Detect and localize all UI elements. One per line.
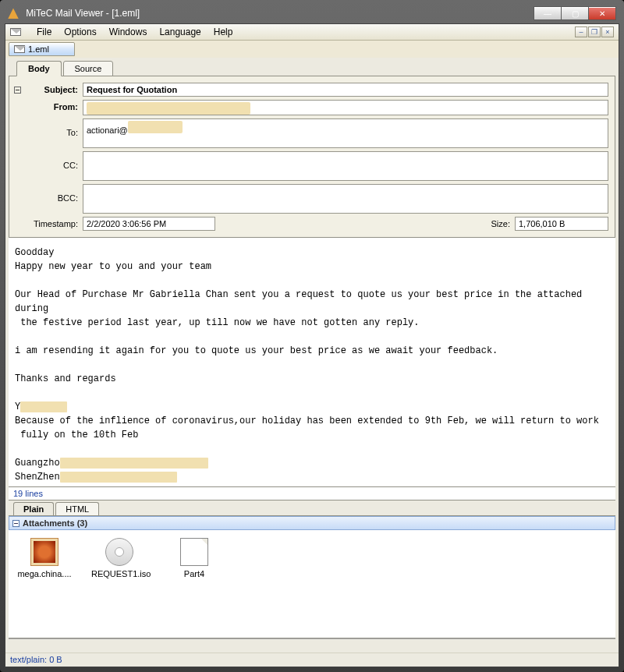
tab-html[interactable]: HTML <box>55 502 99 515</box>
window-title: MiTeC Mail Viewer - [1.eml] <box>26 8 140 19</box>
attachments-area: mega.china.... REQUEST1.iso Part4 <box>9 530 615 638</box>
message-body[interactable]: Goodday Happy new year to you and your t… <box>9 238 615 487</box>
label-cc: CC: <box>16 151 78 170</box>
attachment-name: REQUEST1.iso <box>91 569 147 578</box>
document-tabbar: 1.eml <box>5 41 619 58</box>
status-bar: text/plain: 0 B <box>5 653 619 667</box>
label-to: To: <box>16 118 78 137</box>
menu-file[interactable]: File <box>37 27 51 37</box>
label-timestamp: Timestamp: <box>16 217 78 228</box>
bcc-field[interactable] <box>83 184 608 214</box>
attachment-name: Part4 <box>166 569 222 578</box>
to-value: actionari@ <box>87 126 128 135</box>
to-field[interactable]: actionari@ <box>83 118 608 148</box>
main-window: MiTeC Mail Viewer - [1.eml] — ▢ ✕ File O… <box>0 0 624 672</box>
minimize-button[interactable]: — <box>534 6 562 20</box>
redacted-from <box>87 102 250 115</box>
mail-icon <box>10 28 21 36</box>
tab-body[interactable]: Body <box>16 61 62 76</box>
menubar: File Options Windows Language Help – ❐ × <box>5 24 619 41</box>
attachment-item[interactable]: Part4 <box>166 538 222 578</box>
subject-field[interactable] <box>83 83 608 97</box>
lines-status: 19 lines <box>9 487 615 500</box>
status-strip <box>9 638 615 653</box>
attachment-name: mega.china.... <box>16 569 73 578</box>
disc-icon <box>105 538 133 566</box>
mdi-close-button[interactable]: × <box>601 27 614 37</box>
attachment-item[interactable]: REQUEST1.iso <box>91 538 147 578</box>
collapse-icon[interactable] <box>14 87 21 94</box>
size-field[interactable] <box>515 217 608 231</box>
document-tab[interactable]: 1.eml <box>9 42 75 56</box>
menu-options[interactable]: Options <box>64 27 96 37</box>
close-button[interactable]: ✕ <box>588 6 616 20</box>
from-field[interactable] <box>83 100 608 115</box>
image-icon <box>30 538 58 566</box>
menu-help[interactable]: Help <box>214 27 233 37</box>
menu-windows[interactable]: Windows <box>109 27 147 37</box>
label-bcc: BCC: <box>16 184 78 203</box>
document-tab-label: 1.eml <box>28 44 49 54</box>
attachments-header[interactable]: Attachments (3) <box>9 516 615 530</box>
menu-language[interactable]: Language <box>159 27 200 37</box>
headers-panel: Subject: From: To: actionari@ CC: BCC: <box>9 76 615 238</box>
collapse-icon[interactable] <box>12 520 20 527</box>
attachment-item[interactable]: mega.china.... <box>16 538 73 578</box>
titlebar[interactable]: MiTeC Mail Viewer - [1.eml] — ▢ ✕ <box>5 5 619 23</box>
timestamp-field[interactable] <box>83 217 215 231</box>
cc-field[interactable] <box>83 151 608 181</box>
attachments-header-label: Attachments (3) <box>23 518 87 528</box>
mail-icon <box>14 45 25 53</box>
redacted-to <box>128 121 183 133</box>
tab-source[interactable]: Source <box>63 61 114 76</box>
mdi-restore-button[interactable]: ❐ <box>588 27 601 37</box>
label-size: Size: <box>479 217 510 228</box>
file-icon <box>180 538 208 566</box>
app-icon <box>8 8 19 19</box>
label-subject: Subject: <box>16 83 78 94</box>
mdi-minimize-button[interactable]: – <box>575 27 587 37</box>
maximize-button[interactable]: ▢ <box>561 6 589 20</box>
label-from: From: <box>16 100 78 111</box>
tab-plain[interactable]: Plain <box>13 502 54 515</box>
